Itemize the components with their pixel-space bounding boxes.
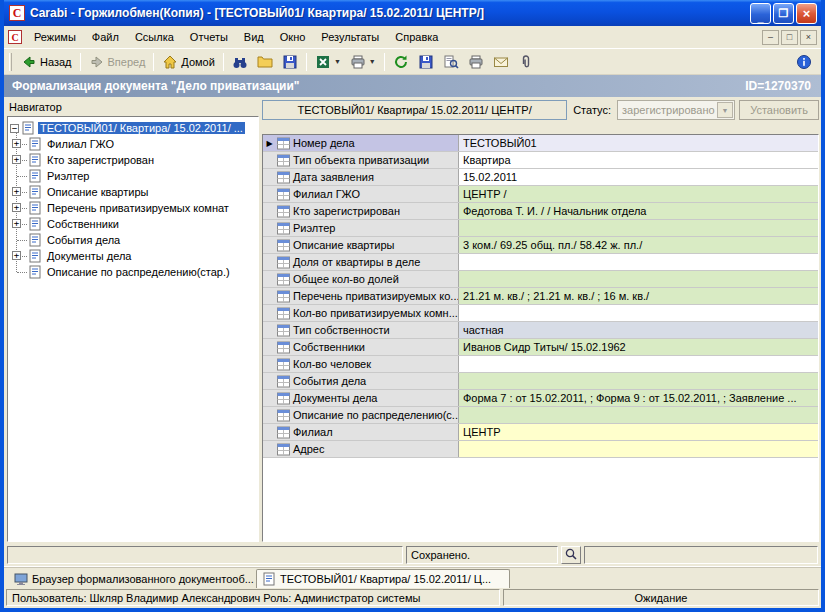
field-value[interactable]: ЦЕНТР / (459, 186, 818, 202)
field-value[interactable]: 3 ком./ 69.25 общ. пл./ 58.42 ж. пл./ (459, 237, 818, 253)
field-value[interactable]: Квартира (459, 152, 818, 168)
menu-item-file[interactable]: Файл (84, 28, 127, 46)
tree-root[interactable]: − ТЕСТОВЫЙ01/ Квартира/ 15.02.2011/ ... (10, 120, 256, 136)
excel-export-button[interactable]: ▼ (311, 52, 345, 72)
tree-item[interactable]: +Перечень приватизируемых комнат (16, 200, 256, 216)
tab-browser[interactable]: Браузер формализованного документооб... (8, 569, 254, 588)
mdi-close-button[interactable]: × (800, 30, 817, 45)
toolbar-grip[interactable] (9, 53, 12, 71)
set-status-button[interactable]: Установить (739, 100, 819, 120)
tree-item[interactable]: +Филиал ГЖО (16, 136, 256, 152)
restore-button[interactable]: ❐ (773, 3, 794, 24)
field-value[interactable]: частная (459, 322, 818, 338)
field-value[interactable]: 15.02.2011 (459, 169, 818, 185)
close-button[interactable]: × (796, 3, 817, 24)
field-value[interactable] (459, 254, 818, 270)
tree-item[interactable]: +Описание квартиры (16, 184, 256, 200)
property-grid: ▶Номер делаТЕСТОВЫЙ01Тип объекта привати… (262, 134, 819, 542)
attach-button[interactable] (514, 52, 538, 72)
grid-row[interactable]: Кол-во приватизируемых комн... (263, 305, 818, 322)
field-value[interactable]: ЦЕНТР (459, 424, 818, 440)
grid-row[interactable]: Риэлтер (263, 220, 818, 237)
field-value[interactable] (459, 407, 818, 423)
status-combobox[interactable]: зарегистрировано ▼ (617, 100, 735, 120)
back-button[interactable]: Назад (17, 52, 76, 72)
forward-button[interactable]: Вперед (85, 52, 150, 72)
grid-row[interactable]: Кол-во человек (263, 356, 818, 373)
grid-row[interactable]: Тип собственностичастная (263, 322, 818, 339)
field-icon (277, 324, 290, 337)
grid-row[interactable]: Описание квартиры3 ком./ 69.25 общ. пл./… (263, 237, 818, 254)
document-header: Формализация документа "Дело приватизаци… (4, 75, 821, 97)
search-button[interactable] (228, 52, 252, 72)
print-button[interactable] (464, 52, 488, 72)
expand-icon[interactable]: + (12, 187, 21, 196)
menu-item-window[interactable]: Окно (272, 28, 314, 46)
menu-item-help[interactable]: Справка (387, 28, 446, 46)
expand-icon[interactable]: + (12, 251, 21, 260)
mdi-minimize-button[interactable]: – (762, 30, 779, 45)
field-value[interactable] (459, 356, 818, 372)
tree-item[interactable]: События дела (16, 232, 256, 248)
field-value[interactable]: Федотова Т. И. / / Начальник отдела (459, 203, 818, 219)
tree-item[interactable]: +Собственники (16, 216, 256, 232)
tree-item[interactable]: Описание по распределению(стар.) (16, 264, 256, 280)
field-value[interactable]: Форма 7 : от 15.02.2011, ; Форма 9 : от … (459, 390, 818, 406)
field-value[interactable]: Иванов Сидр Титыч/ 15.02.1962 (459, 339, 818, 355)
grid-row[interactable]: Дата заявления15.02.2011 (263, 169, 818, 186)
grid-row[interactable]: Общее кол-во долей (263, 271, 818, 288)
expand-icon[interactable]: + (12, 219, 21, 228)
grid-row[interactable]: СобственникиИванов Сидр Титыч/ 15.02.196… (263, 339, 818, 356)
grid-row[interactable]: Адрес (263, 441, 818, 458)
chevron-down-icon[interactable]: ▼ (717, 102, 733, 118)
grid-row[interactable]: Тип объекта приватизацииКвартира (263, 152, 818, 169)
field-value[interactable] (459, 305, 818, 321)
open-button[interactable] (253, 52, 277, 72)
inspect-button[interactable] (561, 546, 581, 564)
expand-icon[interactable]: + (12, 139, 21, 148)
field-value[interactable]: 21.21 м. кв./ ; 21.21 м. кв./ ; 16 м. кв… (459, 288, 818, 304)
save-button-2[interactable] (414, 52, 438, 72)
tab-document[interactable]: ТЕСТОВЫЙ01/ Квартира/ 15.02.2011/ Ц... (256, 569, 510, 588)
menu-item-view[interactable]: Вид (236, 28, 272, 46)
minimize-button[interactable]: _ (750, 3, 771, 24)
grid-row[interactable]: Доля от квартиры в деле (263, 254, 818, 271)
message-panel-right (584, 546, 818, 564)
info-icon (796, 54, 812, 70)
grid-row[interactable]: Филиал ГЖОЦЕНТР / (263, 186, 818, 203)
grid-row[interactable]: Описание по распределению(с... (263, 407, 818, 424)
field-value[interactable] (459, 441, 818, 457)
field-value[interactable]: ТЕСТОВЫЙ01 (459, 135, 818, 151)
refresh-button[interactable] (389, 52, 413, 72)
print-export-button[interactable]: ▼ (346, 52, 380, 72)
grid-row[interactable]: Кто зарегистрированФедотова Т. И. / / На… (263, 203, 818, 220)
field-value[interactable] (459, 373, 818, 389)
grid-row[interactable]: События дела (263, 373, 818, 390)
field-value[interactable] (459, 220, 818, 236)
expand-icon[interactable]: + (12, 155, 21, 164)
grid-row[interactable]: Документы делаФорма 7 : от 15.02.2011, ;… (263, 390, 818, 407)
grid-row[interactable]: ФилиалЦЕНТР (263, 424, 818, 441)
mail-button[interactable] (489, 52, 513, 72)
menu-item-reports[interactable]: Отчеты (182, 28, 236, 46)
collapse-icon[interactable]: − (10, 124, 19, 133)
field-label: Риэлтер (293, 222, 335, 234)
expand-icon[interactable]: + (12, 203, 21, 212)
mdi-restore-button[interactable]: □ (781, 30, 798, 45)
grid-row[interactable]: ▶Номер делаТЕСТОВЫЙ01 (263, 135, 818, 152)
home-button[interactable]: Домой (158, 52, 219, 72)
preview-button[interactable] (439, 52, 463, 72)
message-strip: Сохранено. (4, 544, 821, 566)
field-value[interactable] (459, 271, 818, 287)
menu-item-link[interactable]: Ссылка (127, 28, 182, 46)
save-button[interactable] (278, 52, 302, 72)
tree-item[interactable]: +Кто зарегистрирован (16, 152, 256, 168)
grid-row[interactable]: Перечень приватизируемых ко...21.21 м. к… (263, 288, 818, 305)
tree-item[interactable]: Риэлтер (16, 168, 256, 184)
menu-item-modes[interactable]: Режимы (26, 28, 84, 46)
menu-item-results[interactable]: Результаты (313, 28, 387, 46)
tree-item[interactable]: +Документы дела (16, 248, 256, 264)
menu-items: РежимыФайлСсылкаОтчетыВидОкноРезультатыС… (26, 28, 446, 46)
info-button[interactable] (792, 52, 816, 72)
mdi-document-icon: C (8, 30, 22, 44)
